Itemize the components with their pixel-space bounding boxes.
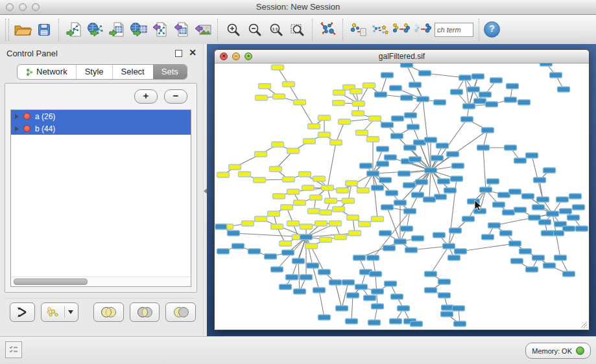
- graph-node-selected[interactable]: [239, 172, 251, 177]
- save-session-button[interactable]: [33, 18, 54, 41]
- network-window-titlebar[interactable]: ✕ − + galFiltered.sif: [215, 50, 589, 63]
- graph-node[interactable]: [409, 82, 422, 87]
- graph-node[interactable]: [381, 205, 394, 210]
- intersect-sets-button[interactable]: [130, 302, 160, 322]
- graph-node[interactable]: [391, 294, 403, 299]
- graph-node[interactable]: [543, 168, 556, 173]
- graph-node-selected[interactable]: [337, 188, 349, 193]
- graph-node-selected[interactable]: [353, 101, 365, 106]
- graph-node-selected[interactable]: [272, 142, 284, 147]
- graph-node[interactable]: [364, 295, 376, 301]
- graph-node[interactable]: [385, 155, 397, 160]
- graph-node-selected[interactable]: [287, 189, 300, 194]
- graph-node-selected[interactable]: [308, 209, 320, 214]
- horizontal-scrollbar[interactable]: [12, 277, 190, 286]
- graph-node[interactable]: [390, 85, 402, 91]
- graph-node[interactable]: [438, 179, 450, 184]
- graph-node[interactable]: [372, 289, 384, 294]
- graph-node[interactable]: [526, 267, 538, 272]
- graph-edge[interactable]: [352, 295, 353, 321]
- graph-node[interactable]: [307, 263, 319, 268]
- graph-node[interactable]: [509, 189, 521, 194]
- graph-node[interactable]: [511, 258, 523, 264]
- graph-node[interactable]: [265, 254, 277, 259]
- graph-node[interactable]: [451, 176, 463, 181]
- zoom-in-button[interactable]: [222, 18, 244, 41]
- close-view-button[interactable]: ✕: [220, 52, 228, 60]
- graph-node[interactable]: [217, 249, 230, 254]
- graph-node-selected[interactable]: [304, 139, 316, 144]
- graph-node[interactable]: [444, 188, 457, 193]
- graph-node[interactable]: [313, 288, 326, 293]
- graph-node[interactable]: [472, 74, 484, 79]
- import-network-file-button[interactable]: [64, 18, 85, 41]
- graph-node[interactable]: [498, 192, 510, 198]
- graph-node[interactable]: [403, 183, 416, 188]
- tab-sets[interactable]: Sets: [153, 65, 187, 79]
- graph-node[interactable]: [292, 258, 305, 264]
- zoom-actual-size-button[interactable]: 1:1: [265, 18, 287, 41]
- graph-node-selected[interactable]: [229, 165, 241, 170]
- graph-node-selected[interactable]: [322, 185, 334, 190]
- graph-node[interactable]: [482, 234, 494, 240]
- graph-node[interactable]: [407, 124, 420, 130]
- graph-node-selected[interactable]: [356, 130, 368, 135]
- graph-node[interactable]: [370, 271, 382, 277]
- graph-edge[interactable]: [431, 246, 449, 274]
- graph-node[interactable]: [532, 255, 545, 260]
- graph-node[interactable]: [381, 122, 394, 128]
- graph-node[interactable]: [438, 293, 451, 298]
- graph-node[interactable]: [441, 312, 453, 317]
- expander-icon[interactable]: [15, 126, 19, 131]
- graph-edge[interactable]: [410, 170, 431, 211]
- graph-node-selected[interactable]: [270, 166, 282, 172]
- graph-edge[interactable]: [336, 122, 344, 142]
- graph-node[interactable]: [286, 275, 298, 280]
- graph-node[interactable]: [390, 319, 402, 324]
- graph-node-selected[interactable]: [329, 221, 342, 226]
- graph-node[interactable]: [550, 73, 562, 78]
- graph-node[interactable]: [425, 271, 437, 277]
- graph-node[interactable]: [375, 92, 387, 97]
- graph-node-selected[interactable]: [254, 177, 266, 183]
- graph-node[interactable]: [461, 117, 473, 122]
- graph-node-selected[interactable]: [281, 205, 293, 210]
- resize-grip-icon[interactable]: [580, 321, 588, 328]
- graph-node-selected[interactable]: [242, 221, 254, 226]
- graph-node[interactable]: [558, 87, 570, 92]
- create-set-from-network-button[interactable]: [41, 302, 78, 322]
- expander-icon[interactable]: [15, 114, 19, 119]
- graph-node[interactable]: [547, 211, 559, 216]
- graph-node-selected[interactable]: [268, 211, 280, 216]
- graph-node-selected[interactable]: [342, 198, 355, 203]
- graph-node[interactable]: [486, 102, 498, 107]
- graph-node-selected[interactable]: [217, 172, 230, 177]
- graph-node[interactable]: [347, 293, 359, 298]
- graph-node-selected[interactable]: [259, 84, 271, 89]
- graph-node[interactable]: [379, 177, 392, 183]
- graph-node-selected[interactable]: [287, 148, 300, 154]
- graph-node[interactable]: [280, 284, 292, 290]
- graph-node-selected[interactable]: [369, 116, 381, 121]
- zoom-window-button[interactable]: [32, 3, 40, 11]
- graph-edge[interactable]: [429, 170, 431, 199]
- graph-node[interactable]: [412, 236, 424, 241]
- graph-node[interactable]: [452, 163, 464, 168]
- graph-node[interactable]: [434, 100, 446, 105]
- graph-node[interactable]: [563, 226, 575, 231]
- graph-node[interactable]: [569, 194, 582, 199]
- graph-node[interactable]: [474, 98, 486, 104]
- graph-node[interactable]: [401, 63, 413, 67]
- graph-node[interactable]: [479, 92, 492, 97]
- graph-node[interactable]: [414, 140, 426, 145]
- graph-node[interactable]: [468, 87, 480, 92]
- graph-node[interactable]: [248, 249, 261, 254]
- graph-node[interactable]: [294, 289, 306, 294]
- graph-node[interactable]: [300, 275, 313, 280]
- import-network-web-button[interactable]: [85, 18, 106, 41]
- help-button[interactable]: ?: [484, 21, 500, 38]
- graph-node[interactable]: [438, 279, 451, 284]
- graph-node-selected[interactable]: [367, 137, 379, 142]
- tab-network[interactable]: Network: [18, 65, 76, 79]
- graph-node[interactable]: [449, 228, 462, 233]
